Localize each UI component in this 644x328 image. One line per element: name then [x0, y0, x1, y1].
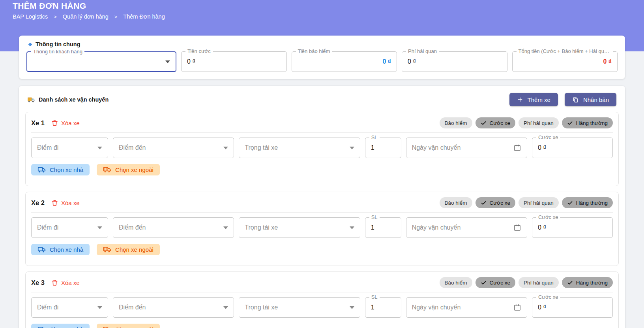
transport-date-placeholder: Ngày vận chuyển	[412, 304, 461, 311]
customs-fee-value: 0 ₫	[408, 58, 416, 65]
chip-freight-label: Cước xe	[490, 120, 510, 126]
chip-insurance[interactable]: Bảo hiểm	[440, 117, 472, 128]
delete-vehicle-button[interactable]: Xóa xe	[51, 199, 80, 207]
origin-select[interactable]: Điểm đi	[31, 217, 108, 238]
calendar-icon[interactable]	[513, 144, 521, 152]
vehicle-name: Xe 1	[31, 119, 45, 127]
chip-normal-goods[interactable]: Hàng thường	[562, 277, 613, 288]
quantity-field[interactable]: SL 1	[365, 297, 401, 318]
delete-vehicle-label: Xóa xe	[61, 200, 80, 206]
chip-insurance[interactable]: Bảo hiểm	[440, 277, 472, 288]
vehicle-freight-value: 0 ₫	[538, 224, 547, 231]
chip-freight[interactable]: Cước xe	[476, 197, 515, 208]
check-icon	[481, 120, 487, 126]
choose-external-vehicle-button[interactable]: Chọn xe ngoài	[97, 324, 160, 328]
external-truck-icon	[103, 326, 111, 328]
choose-home-vehicle-label: Chọn xe nhà	[50, 246, 83, 253]
tonnage-select[interactable]: Trọng tải xe	[239, 217, 360, 238]
chip-customs[interactable]: Phí hải quan	[519, 197, 559, 208]
grand-total-value: 0 ₫	[603, 58, 612, 65]
chip-customs[interactable]: Phí hải quan	[519, 277, 559, 288]
delete-vehicle-label: Xóa xe	[61, 120, 80, 126]
tonnage-select[interactable]: Trọng tải xe	[239, 138, 360, 158]
vehicle-card: Xe 3 Xóa xe Bảo hiểm Cước xe Phí	[25, 271, 619, 328]
chip-insurance[interactable]: Bảo hiểm	[440, 197, 472, 208]
chevron-down-icon	[97, 306, 102, 309]
truck-icon	[37, 166, 46, 173]
origin-select[interactable]: Điểm đi	[31, 138, 108, 158]
choose-external-vehicle-button[interactable]: Chọn xe ngoài	[97, 244, 160, 255]
vehicle-name: Xe 2	[31, 199, 45, 207]
check-icon	[567, 120, 573, 126]
chip-normal-goods[interactable]: Hàng thường	[562, 117, 613, 128]
freight-total-field[interactable]: Tiền cước 0 ₫	[181, 51, 287, 72]
destination-select[interactable]: Điểm đến	[113, 217, 234, 238]
vehicle-card: Xe 1 Xóa xe Bảo hiểm Cước xe Phí	[25, 112, 619, 186]
vehicle-freight-label: Cước xe	[536, 134, 560, 140]
origin-select[interactable]: Điểm đi	[31, 297, 108, 318]
choose-home-vehicle-label: Chọn xe nhà	[50, 166, 83, 173]
origin-placeholder: Điểm đi	[37, 224, 58, 231]
calendar-icon[interactable]	[513, 303, 521, 311]
add-vehicle-label: Thêm xe	[528, 96, 550, 103]
check-icon	[481, 280, 487, 286]
external-truck-icon	[103, 166, 111, 173]
delete-vehicle-label: Xóa xe	[61, 279, 80, 286]
duplicate-vehicle-button[interactable]: Nhân bản	[565, 93, 616, 106]
transport-date-field[interactable]: Ngày vận chuyển	[406, 138, 527, 158]
chevron-down-icon	[223, 147, 228, 149]
divider	[31, 212, 613, 213]
delete-vehicle-button[interactable]: Xóa xe	[51, 119, 80, 127]
tonnage-placeholder: Trọng tải xe	[245, 144, 278, 151]
choose-home-vehicle-button[interactable]: Chọn xe nhà	[31, 244, 90, 255]
chip-customs-label: Phí hải quan	[524, 120, 554, 126]
quantity-field[interactable]: SL 1	[365, 138, 401, 158]
choose-home-vehicle-button[interactable]: Chọn xe nhà	[31, 324, 90, 328]
chip-freight[interactable]: Cước xe	[476, 277, 515, 288]
chip-freight[interactable]: Cước xe	[476, 117, 515, 128]
chevron-down-icon	[350, 226, 354, 229]
grand-total-field[interactable]: Tổng tiền (Cước + Bảo hiểm + Hải qua... …	[512, 51, 618, 72]
general-info-card: Thông tin chung Thông tin khách hàng Tiề…	[19, 36, 625, 79]
quantity-value: 1	[371, 144, 374, 151]
transport-date-field[interactable]: Ngày vận chuyển	[406, 297, 527, 318]
calendar-icon[interactable]	[513, 224, 521, 232]
check-icon	[567, 200, 573, 206]
destination-placeholder: Điểm đến	[119, 144, 146, 151]
tonnage-select[interactable]: Trọng tải xe	[239, 297, 360, 318]
vehicle-option-chips: Bảo hiểm Cước xe Phí hải quan Hàng thườn…	[440, 197, 613, 208]
chip-normal-goods[interactable]: Hàng thường	[562, 197, 613, 208]
choose-external-vehicle-button[interactable]: Chọn xe ngoài	[97, 164, 160, 175]
vehicle-freight-field[interactable]: Cước xe 0 ₫	[532, 217, 613, 238]
insurance-field[interactable]: Tiền bảo hiểm 0 ₫	[292, 51, 397, 72]
vehicle-freight-field[interactable]: Cước xe 0 ₫	[532, 297, 613, 318]
chip-customs-label: Phí hải quan	[524, 280, 554, 286]
tonnage-placeholder: Trọng tải xe	[245, 304, 278, 311]
vehicle-name: Xe 3	[31, 279, 45, 287]
quantity-field[interactable]: SL 1	[365, 217, 401, 238]
plus-icon	[517, 96, 523, 103]
add-vehicle-button[interactable]: Thêm xe	[509, 93, 558, 106]
chevron-down-icon	[165, 60, 170, 63]
freight-total-label: Tiền cước	[185, 48, 213, 54]
insurance-value: 0 ₫	[382, 58, 391, 65]
choose-external-vehicle-label: Chọn xe ngoài	[115, 326, 154, 328]
destination-select[interactable]: Điểm đến	[113, 138, 234, 158]
chip-customs[interactable]: Phí hải quan	[519, 117, 559, 128]
quantity-value: 1	[371, 304, 374, 311]
delete-vehicle-button[interactable]: Xóa xe	[51, 279, 80, 287]
check-icon	[481, 200, 487, 206]
general-section-title: Thông tin chung	[36, 41, 80, 47]
quantity-label: SL	[369, 214, 380, 220]
vehicle-freight-field[interactable]: Cước xe 0 ₫	[532, 138, 613, 158]
customer-select[interactable]: Thông tin khách hàng	[26, 51, 176, 72]
transport-date-field[interactable]: Ngày vận chuyển	[406, 217, 527, 238]
chip-normal-goods-label: Hàng thường	[576, 280, 608, 286]
divider	[31, 132, 613, 133]
chevron-down-icon	[350, 147, 354, 149]
quantity-label: SL	[369, 134, 380, 140]
choose-home-vehicle-button[interactable]: Chọn xe nhà	[31, 164, 90, 175]
customs-fee-label: Phí hải quan	[406, 48, 439, 54]
destination-select[interactable]: Điểm đến	[113, 297, 234, 318]
customs-fee-field[interactable]: Phí hải quan 0 ₫	[402, 51, 507, 72]
